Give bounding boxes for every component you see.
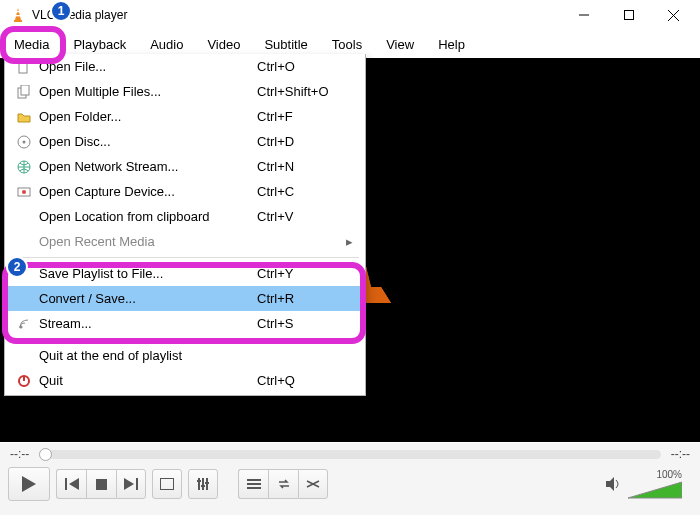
svg-rect-36 — [201, 485, 205, 487]
svg-marker-42 — [628, 482, 682, 498]
close-button[interactable] — [651, 0, 696, 30]
window-title: VLC media player — [32, 8, 561, 22]
menu-item-open-multiple-files[interactable]: Open Multiple Files... Ctrl+Shift+O — [5, 79, 365, 104]
menu-subtitle[interactable]: Subtitle — [254, 33, 317, 56]
menu-item-label: Quit — [35, 373, 257, 388]
svg-marker-27 — [69, 478, 79, 490]
stream-icon — [13, 317, 35, 331]
svg-rect-31 — [161, 479, 174, 490]
maximize-button[interactable] — [606, 0, 651, 30]
menu-item-label: Save Playlist to File... — [35, 266, 257, 281]
menu-item-shortcut: Ctrl+C — [257, 184, 357, 199]
svg-point-21 — [22, 190, 26, 194]
file-icon — [13, 60, 35, 74]
menu-item-save-playlist-to-file[interactable]: Save Playlist to File... Ctrl+Y — [5, 261, 365, 286]
quit-icon — [13, 374, 35, 388]
svg-marker-0 — [15, 8, 21, 20]
volume-slider[interactable] — [628, 480, 682, 500]
menu-item-convert-save[interactable]: Convert / Save... Ctrl+R — [5, 286, 365, 311]
menu-separator — [11, 257, 359, 258]
menu-view[interactable]: View — [376, 33, 424, 56]
menu-item-label: Quit at the end of playlist — [35, 348, 257, 363]
menu-item-shortcut: Ctrl+D — [257, 134, 357, 149]
ext-settings-button[interactable] — [188, 469, 218, 499]
menu-item-open-folder[interactable]: Open Folder... Ctrl+F — [5, 104, 365, 129]
volume-control: 100% — [606, 469, 692, 500]
stop-button[interactable] — [86, 469, 116, 499]
vlc-logo-icon — [10, 7, 26, 23]
svg-rect-26 — [65, 478, 67, 490]
menu-item-open-network-stream[interactable]: Open Network Stream... Ctrl+N — [5, 154, 365, 179]
files-icon — [13, 85, 35, 99]
menu-separator — [11, 339, 359, 340]
annotation-badge-1: 1 — [50, 0, 72, 22]
disc-icon — [13, 135, 35, 149]
svg-rect-30 — [136, 478, 138, 490]
menu-item-quit-at-the-end-of-playlist[interactable]: Quit at the end of playlist — [5, 343, 365, 368]
svg-rect-35 — [197, 480, 201, 482]
controls-bar: --:-- --:-- 100% — [0, 443, 700, 515]
seek-row: --:-- --:-- — [0, 443, 700, 465]
media-dropdown: Open File... Ctrl+O Open Multiple Files.… — [4, 54, 366, 396]
menu-item-label: Stream... — [35, 316, 257, 331]
menu-item-label: Open Recent Media — [35, 234, 246, 249]
window-controls — [561, 0, 696, 30]
speaker-icon[interactable] — [606, 477, 622, 491]
menu-item-shortcut: Ctrl+R — [257, 291, 357, 306]
fullscreen-button[interactable] — [152, 469, 182, 499]
menu-item-shortcut: Ctrl+F — [257, 109, 357, 124]
submenu-arrow-icon: ▸ — [346, 234, 353, 249]
menu-item-open-disc[interactable]: Open Disc... Ctrl+D — [5, 129, 365, 154]
menu-item-quit[interactable]: Quit Ctrl+Q — [5, 368, 365, 393]
menu-item-open-file[interactable]: Open File... Ctrl+O — [5, 54, 365, 79]
menu-item-label: Convert / Save... — [35, 291, 257, 306]
next-button[interactable] — [116, 469, 146, 499]
menu-item-shortcut: Ctrl+Q — [257, 373, 357, 388]
svg-marker-41 — [606, 477, 614, 491]
titlebar: VLC media player — [0, 0, 700, 30]
menu-item-shortcut: Ctrl+V — [257, 209, 357, 224]
menu-tools[interactable]: Tools — [322, 33, 372, 56]
seek-knob[interactable] — [39, 448, 52, 461]
menu-playback[interactable]: Playback — [63, 33, 136, 56]
svg-point-22 — [20, 325, 23, 328]
menu-media[interactable]: Media — [4, 33, 59, 56]
menu-item-stream[interactable]: Stream... Ctrl+S — [5, 311, 365, 336]
menu-item-label: Open Capture Device... — [35, 184, 257, 199]
menu-item-shortcut: Ctrl+Y — [257, 266, 357, 281]
menu-item-open-capture-device[interactable]: Open Capture Device... Ctrl+C — [5, 179, 365, 204]
menu-item-label: Open File... — [35, 59, 257, 74]
svg-rect-1 — [14, 20, 22, 22]
button-row: 100% — [0, 465, 700, 503]
menu-audio[interactable]: Audio — [140, 33, 193, 56]
svg-rect-2 — [16, 11, 20, 12]
svg-marker-29 — [124, 478, 134, 490]
menu-item-label: Open Folder... — [35, 109, 257, 124]
menu-help[interactable]: Help — [428, 33, 475, 56]
shuffle-button[interactable] — [298, 469, 328, 499]
menu-item-label: Open Network Stream... — [35, 159, 257, 174]
seek-duration: --:-- — [671, 447, 690, 461]
prev-button[interactable] — [56, 469, 86, 499]
svg-rect-3 — [16, 15, 21, 16]
menu-item-label: Open Disc... — [35, 134, 257, 149]
annotation-badge-2: 2 — [6, 256, 28, 278]
net-icon — [13, 160, 35, 174]
playlist-button[interactable] — [238, 469, 268, 499]
menu-item-shortcut: Ctrl+Shift+O — [257, 84, 357, 99]
minimize-button[interactable] — [561, 0, 606, 30]
seek-bar[interactable] — [39, 450, 660, 459]
svg-rect-5 — [624, 11, 633, 20]
menu-item-open-location-from-clipboard[interactable]: Open Location from clipboard Ctrl+V — [5, 204, 365, 229]
menu-item-label: Open Multiple Files... — [35, 84, 257, 99]
menu-item-label: Open Location from clipboard — [35, 209, 257, 224]
menu-video[interactable]: Video — [197, 33, 250, 56]
menu-item-open-recent-media[interactable]: Open Recent Media ▸ — [5, 229, 365, 254]
svg-rect-37 — [205, 482, 209, 484]
svg-rect-16 — [21, 85, 29, 95]
loop-button[interactable] — [268, 469, 298, 499]
svg-point-18 — [23, 140, 26, 143]
seek-position: --:-- — [10, 447, 29, 461]
play-button[interactable] — [8, 467, 50, 501]
menu-item-shortcut: Ctrl+N — [257, 159, 357, 174]
